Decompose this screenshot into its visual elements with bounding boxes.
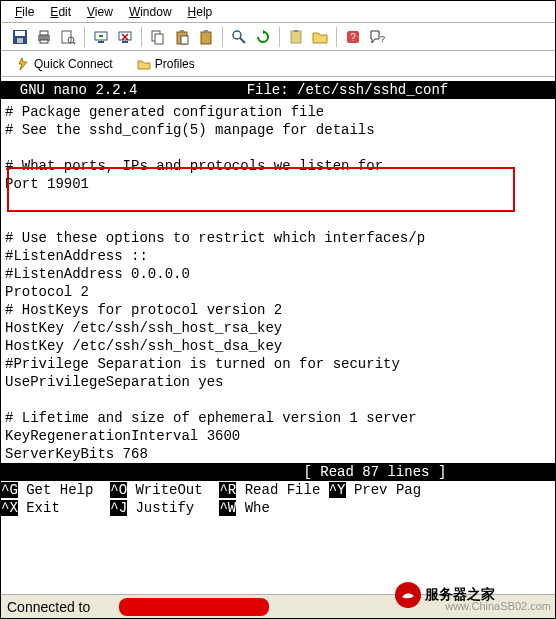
status-bar: Connected to xyxy=(1,594,555,618)
quick-connect-bar: Quick Connect Profiles xyxy=(1,51,555,77)
svg-rect-18 xyxy=(201,32,211,44)
svg-rect-23 xyxy=(294,30,298,32)
menu-bar: File Edit View Window Help xyxy=(1,1,555,23)
copy-icon[interactable] xyxy=(147,26,169,48)
refresh-icon[interactable] xyxy=(252,26,274,48)
svg-rect-12 xyxy=(122,41,128,43)
svg-rect-22 xyxy=(291,31,301,43)
menu-view[interactable]: View xyxy=(81,3,119,21)
editor-shortcut-row-2: ^X Exit ^J Justify ^W Whe xyxy=(1,499,555,517)
context-help-icon[interactable]: ? xyxy=(366,26,388,48)
toolbar-separator xyxy=(336,27,337,47)
menu-help[interactable]: Help xyxy=(182,3,219,21)
find-icon[interactable] xyxy=(228,26,250,48)
menu-edit[interactable]: Edit xyxy=(44,3,77,21)
paste2-icon[interactable] xyxy=(195,26,217,48)
svg-rect-19 xyxy=(204,30,208,33)
svg-text:?: ? xyxy=(380,34,385,44)
quick-connect-button[interactable]: Quick Connect xyxy=(9,54,120,74)
print-icon[interactable] xyxy=(33,26,55,48)
toolbar: ? ? xyxy=(1,23,555,51)
toolbar-separator xyxy=(84,27,85,47)
svg-point-20 xyxy=(233,31,241,39)
svg-rect-4 xyxy=(40,31,48,35)
connect-icon[interactable] xyxy=(90,26,112,48)
redaction-bar xyxy=(119,598,269,616)
svg-rect-10 xyxy=(98,41,104,43)
clipboard-icon[interactable] xyxy=(285,26,307,48)
save-icon[interactable] xyxy=(9,26,31,48)
profiles-button[interactable]: Profiles xyxy=(130,54,202,74)
profiles-folder-icon xyxy=(137,57,151,71)
svg-rect-17 xyxy=(181,36,188,44)
editor-titlebar: GNU nano 2.2.4 File: /etc/ssh/sshd_conf xyxy=(1,81,555,99)
paste-icon[interactable] xyxy=(171,26,193,48)
editor-content: # Package generated configuration file #… xyxy=(1,103,555,463)
editor-read-lines: [ Read 87 lines ] xyxy=(1,463,555,481)
disconnect-icon[interactable] xyxy=(114,26,136,48)
svg-rect-2 xyxy=(17,38,23,43)
svg-rect-16 xyxy=(180,30,184,33)
svg-rect-1 xyxy=(15,31,25,36)
quick-connect-label: Quick Connect xyxy=(34,57,113,71)
menu-file[interactable]: File xyxy=(9,3,40,21)
svg-line-21 xyxy=(240,38,245,43)
status-text: Connected to xyxy=(7,599,90,615)
terminal[interactable]: GNU nano 2.2.4 File: /etc/ssh/sshd_conf … xyxy=(1,77,555,593)
help-book-icon[interactable]: ? xyxy=(342,26,364,48)
toolbar-separator xyxy=(279,27,280,47)
menu-window[interactable]: Window xyxy=(123,3,178,21)
lightning-icon xyxy=(16,57,30,71)
svg-line-8 xyxy=(73,42,75,44)
profiles-label: Profiles xyxy=(155,57,195,71)
folder-icon[interactable] xyxy=(309,26,331,48)
print-preview-icon[interactable] xyxy=(57,26,79,48)
svg-text:?: ? xyxy=(350,32,356,43)
editor-shortcut-row-1: ^G Get Help ^O WriteOut ^R Read File ^Y … xyxy=(1,481,555,499)
svg-rect-5 xyxy=(40,40,48,43)
svg-rect-14 xyxy=(155,34,163,44)
toolbar-separator xyxy=(141,27,142,47)
toolbar-separator xyxy=(222,27,223,47)
